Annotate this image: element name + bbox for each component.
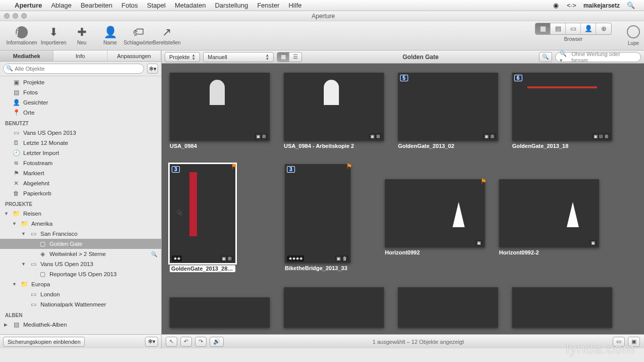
traffic-lights[interactable] [4, 13, 27, 19]
audio-button[interactable]: 🔊 [210, 337, 224, 347]
menu-fotos[interactable]: Fotos [117, 2, 143, 9]
thumbnail[interactable]: ▣ Horizont0992-2 [499, 179, 599, 255]
pin-icon: 📍 [12, 109, 20, 116]
sidebar-item-orte[interactable]: 📍Orte [0, 108, 161, 118]
import-button[interactable]: ⬇ Importieren [39, 23, 68, 48]
sidebar-recent-fotostream[interactable]: ≋Fotostream [0, 158, 161, 168]
faces-mode-icon[interactable]: 👤 [581, 23, 596, 34]
rating-stars: ★★★★ [287, 255, 304, 262]
thumbnail[interactable] [284, 287, 384, 328]
sidebar-recent-lastimport[interactable]: 🕘Letzter Import [0, 148, 161, 158]
thumbnail[interactable] [170, 297, 270, 328]
hud-filter-button[interactable]: 🔍 [539, 52, 552, 62]
flag-icon: ⚑ [480, 177, 487, 185]
list-view-icon[interactable]: ☰ [289, 53, 302, 62]
tree-weitwinkel[interactable]: ◈Weitwinkel > 2 Sterne🔍 [0, 249, 161, 259]
loupe-label: Lupe [628, 40, 639, 46]
places-mode-icon[interactable]: ⊕ [596, 23, 611, 34]
album-icon: ▢ [38, 271, 46, 278]
scope-select[interactable]: Projekte▲▼ [165, 52, 200, 62]
menu-app[interactable]: Aperture [10, 2, 46, 9]
menu-metadaten[interactable]: Metadaten [170, 2, 210, 9]
tab-anpassungen[interactable]: Anpassungen [108, 50, 161, 61]
thumbnail[interactable]: ▣ ⊞ USA_0984 [170, 73, 270, 149]
rating-stars: ★★ [172, 255, 182, 262]
filter-search[interactable]: 🔍▾Ohne Wertung oder besser [555, 52, 641, 62]
sidebar-item-fotos[interactable]: ▤Fotos [0, 87, 161, 97]
vault-button[interactable]: Sicherungskopien einblenden [3, 337, 85, 347]
tree-london[interactable]: ▭London [0, 289, 161, 299]
albums-icon: ▤ [12, 321, 20, 328]
filmstrip-mode-icon[interactable]: ▤ [551, 23, 566, 34]
viewer-mode-icon[interactable]: ▭ [566, 23, 581, 34]
tree-sanfrancisco[interactable]: ▼▭San Francisco [0, 229, 161, 239]
new-button[interactable]: ✚ Neu [68, 23, 96, 48]
menu-hilfe[interactable]: Hilfe [284, 2, 306, 9]
tree-vans[interactable]: ▼▭Vans US Open 2013 [0, 259, 161, 269]
thumbnail[interactable]: 6▣ ⊟ ⊞ GoldenGate_2013_18 [512, 73, 612, 149]
menu-darstellung[interactable]: Darstellung [210, 2, 253, 9]
browser-segment-label: Browser [535, 36, 611, 42]
code-icon[interactable]: <·> [567, 2, 576, 9]
sidebar-search-input[interactable] [3, 64, 144, 74]
share-button[interactable]: ↗ Bereitstellen [153, 23, 181, 48]
sidebar-item-gesichter[interactable]: 👤Gesichter [0, 97, 161, 108]
view-toggle[interactable]: ▦ ☰ [277, 52, 302, 62]
sidebar-item-projekte[interactable]: ▣Projekte [0, 77, 161, 87]
tree-reisen[interactable]: ▼📁Reisen [0, 209, 161, 219]
zoom-in-button[interactable]: ▣ [628, 337, 640, 347]
face-icon: 👤 [12, 99, 20, 106]
tab-mediathek[interactable]: Mediathek [0, 50, 54, 61]
tree-amerika[interactable]: ▼📁Amerika [0, 219, 161, 229]
smart-album-icon: ◈ [38, 250, 46, 257]
stack-badge: 6 [514, 75, 522, 81]
sidebar-search-gear-button[interactable]: ✻▾ [147, 64, 158, 74]
thumbnail[interactable]: ▣ ⊞ USA_0984 - Arbeitskopie 2 [284, 73, 384, 149]
sidebar-recent-vans[interactable]: ▭Vans US Open 2013 [0, 128, 161, 138]
thumbnail[interactable]: 5▣ ⊞ GoldenGate_2013_02 [398, 73, 498, 149]
loupe-icon [627, 25, 640, 38]
loupe-button[interactable]: Lupe [627, 25, 640, 46]
clock-icon: 🕘 [12, 149, 20, 157]
cloud-icon[interactable]: ◉ [553, 2, 559, 9]
zoom-out-button[interactable]: ▭ [613, 337, 625, 347]
tree-goldengate[interactable]: ▢Golden Gate [0, 239, 161, 249]
menu-ablage[interactable]: Ablage [46, 2, 76, 9]
album-icon: ▢ [38, 240, 46, 247]
status-text: 1 ausgewählt – 12 Objekte angezeigt [227, 339, 610, 345]
info-button[interactable]: i Informationen [4, 23, 39, 48]
thumbnail[interactable]: ⚑▣ Horizont0992 [385, 179, 485, 255]
thumbnail[interactable] [512, 287, 612, 328]
sidebar-recent-trash[interactable]: 🗑Papierkorb [0, 188, 161, 198]
name-button[interactable]: 👤 Name [96, 23, 124, 48]
sidebar-recent-abgelehnt[interactable]: ✕Abgelehnt [0, 178, 161, 188]
spotlight-icon[interactable]: 🔍 [627, 2, 635, 9]
pointer-tool-button[interactable]: ↖ [166, 337, 177, 347]
thumbnail-selected[interactable]: 3 ⚑ ★★ ▣ ⊞ ↖ GoldenGate_2013_28… [170, 164, 235, 272]
thumbnail[interactable] [398, 287, 498, 328]
smart-search-icon[interactable]: 🔍 [151, 251, 157, 257]
sidebar-recent-12monate[interactable]: 🗓Letzte 12 Monate [0, 138, 161, 148]
tree-europa[interactable]: ▼📁Europa [0, 279, 161, 289]
sidebar-recent-markiert[interactable]: ⚑Markiert [0, 168, 161, 178]
grid-view-icon[interactable]: ▦ [277, 53, 289, 62]
thumbnail[interactable]: 3 ⚑ ★★★★ ▣ 🗑 BiketheBridge_2013_33 [285, 164, 351, 271]
rotate-cw-button[interactable]: ↷ [195, 337, 207, 347]
tree-wattenmeer[interactable]: ▭Nationalpark Wattenmeer [0, 299, 161, 309]
keywords-button[interactable]: 🏷 Schlagwörter [124, 23, 153, 48]
rotate-ccw-button[interactable]: ↶ [180, 337, 192, 347]
tree-reportage[interactable]: ▢Reportage US Open 2013 [0, 269, 161, 279]
thumbnail-grid[interactable]: ▣ ⊞ USA_0984 ▣ ⊞ USA_0984 - Arbeitskopie… [162, 64, 644, 334]
sidebar-gear-button[interactable]: ✻▾ [145, 337, 158, 347]
menu-fenster[interactable]: Fenster [253, 2, 284, 9]
menu-bearbeiten[interactable]: Bearbeiten [76, 2, 117, 9]
info-icon: i [16, 26, 28, 39]
tab-info[interactable]: Info [54, 50, 107, 61]
sidebar-albums-item[interactable]: ▶▤Mediathek-Alben [0, 320, 161, 330]
thumbnail-caption: USA_0984 - Arbeitskopie 2 [284, 143, 384, 149]
grid-mode-icon[interactable]: ▦ [535, 23, 551, 34]
menubar-user[interactable]: maikejarsetz [583, 2, 620, 9]
menu-stapel[interactable]: Stapel [142, 2, 170, 9]
browser-mode-segment[interactable]: ▦ ▤ ▭ 👤 ⊕ [535, 23, 612, 35]
sort-select[interactable]: Manuell▲▼ [203, 52, 274, 62]
